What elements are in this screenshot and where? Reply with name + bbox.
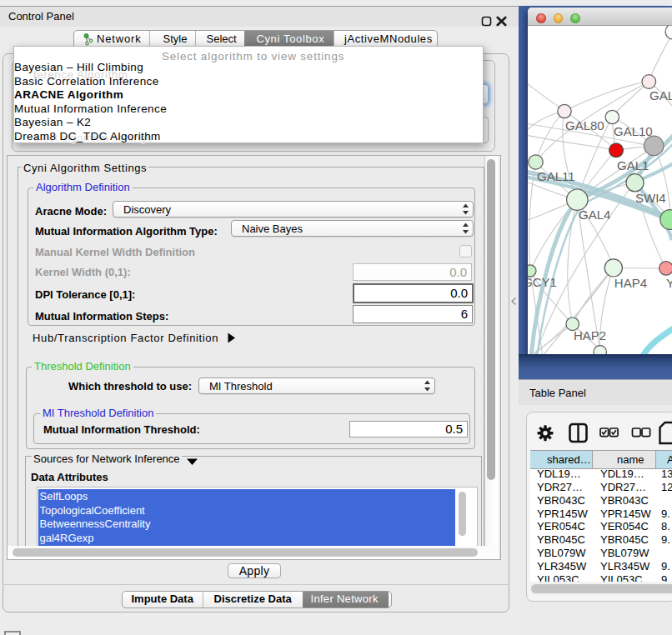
svg-text:GAL80: GAL80 [565,118,604,132]
svg-text:GAL1: GAL1 [617,158,649,172]
svg-text:HAP2: HAP2 [574,328,606,342]
svg-text:GAL10: GAL10 [614,124,653,138]
svg-text:HAP4: HAP4 [614,276,647,290]
svg-text:GAL4: GAL4 [579,208,610,222]
svg-text:GAL7: GAL7 [649,88,672,102]
svg-text:Y: Y [666,276,672,290]
svg-text:GCY1: GCY1 [528,275,557,289]
svg-text:GAL11: GAL11 [537,169,575,183]
svg-text:SWI4: SWI4 [635,191,666,205]
